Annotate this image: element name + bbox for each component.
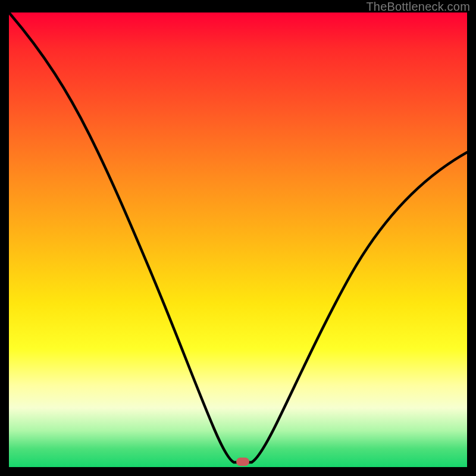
watermark-text: TheBottleneck.com	[366, 0, 470, 14]
chart-frame: TheBottleneck.com	[0, 0, 476, 476]
bottleneck-marker	[236, 458, 249, 466]
plot-area	[9, 12, 467, 467]
bottleneck-curve	[9, 12, 467, 467]
curve-path	[9, 12, 467, 462]
